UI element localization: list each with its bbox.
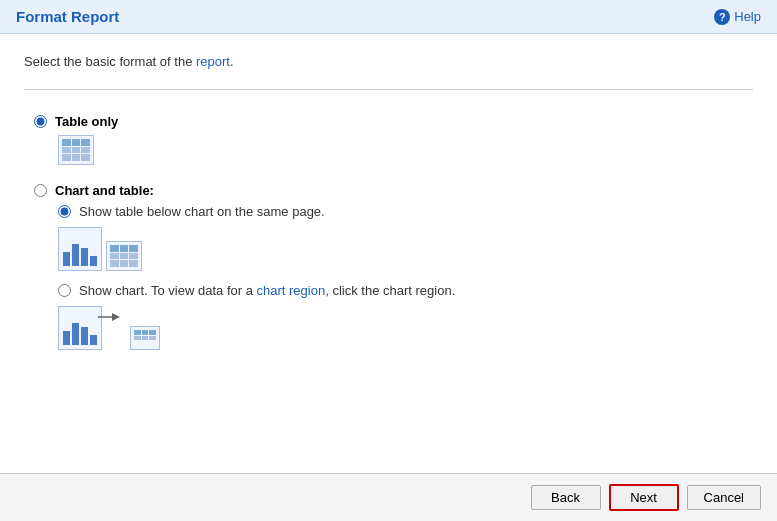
show-table-below-icons <box>58 227 753 271</box>
svg-marker-1 <box>112 313 120 321</box>
tcc3 <box>129 245 138 252</box>
ts6 <box>149 336 156 341</box>
tcc8 <box>120 260 129 267</box>
back-button[interactable]: Back <box>531 485 601 510</box>
tcc6 <box>129 253 138 260</box>
chart-and-table-option: Chart and table: Show table below chart … <box>34 183 753 350</box>
tcc7 <box>110 260 119 267</box>
tcc4 <box>110 253 119 260</box>
table-icon-small <box>130 326 160 350</box>
help-label: Help <box>734 9 761 24</box>
help-link[interactable]: ? Help <box>714 9 761 25</box>
dialog-header: Format Report ? Help <box>0 0 777 34</box>
show-chart-icons <box>58 306 753 350</box>
tc1 <box>62 139 71 146</box>
table-only-label[interactable]: Table only <box>34 114 753 129</box>
chart-icon-2 <box>58 306 102 350</box>
tc9 <box>81 154 90 161</box>
dialog-content: Select the basic format of the report. T… <box>0 34 777 473</box>
table-only-icon <box>58 135 94 165</box>
table-only-option: Table only <box>34 114 753 165</box>
show-table-below-text: Show table below chart on the same page. <box>79 204 325 219</box>
table-only-text: Table only <box>55 114 118 129</box>
tcc2 <box>120 245 129 252</box>
options-section: Table only <box>24 114 753 350</box>
tcc1 <box>110 245 119 252</box>
tc5 <box>72 147 81 154</box>
show-chart-label[interactable]: Show chart. To view data for a chart reg… <box>58 283 753 298</box>
bar1 <box>63 252 70 266</box>
sbar1 <box>63 331 70 345</box>
next-button[interactable]: Next <box>609 484 679 511</box>
sbar3 <box>81 327 88 345</box>
ts3 <box>149 330 156 335</box>
sbar2 <box>72 323 79 345</box>
help-icon: ? <box>714 9 730 25</box>
show-table-below-radio[interactable] <box>58 205 71 218</box>
format-report-dialog: Format Report ? Help Select the basic fo… <box>0 0 777 521</box>
bar4 <box>90 256 97 266</box>
tcc9 <box>129 260 138 267</box>
ts5 <box>142 336 149 341</box>
tc4 <box>62 147 71 154</box>
dialog-title: Format Report <box>16 8 119 25</box>
chart-and-table-radio[interactable] <box>34 184 47 197</box>
table-only-icon-row <box>58 135 753 165</box>
dialog-footer: Back Next Cancel <box>0 473 777 521</box>
chart-and-table-label[interactable]: Chart and table: <box>34 183 753 198</box>
table-icon-combined <box>106 241 142 271</box>
cancel-button[interactable]: Cancel <box>687 485 761 510</box>
show-table-below-label[interactable]: Show table below chart on the same page. <box>58 204 753 219</box>
bar3 <box>81 248 88 266</box>
tc3 <box>81 139 90 146</box>
ts2 <box>142 330 149 335</box>
chart-and-table-sub-options: Show table below chart on the same page. <box>58 204 753 350</box>
show-table-below-row: Show table below chart on the same page. <box>58 204 753 271</box>
ts1 <box>134 330 141 335</box>
arrow-indicator <box>98 310 120 324</box>
divider <box>24 89 753 90</box>
show-chart-row: Show chart. To view data for a chart reg… <box>58 283 753 350</box>
chart-and-table-text: Chart and table: <box>55 183 154 198</box>
chart-icon-1 <box>58 227 102 271</box>
table-only-radio[interactable] <box>34 115 47 128</box>
bar2 <box>72 244 79 266</box>
tc8 <box>72 154 81 161</box>
tcc5 <box>120 253 129 260</box>
tc2 <box>72 139 81 146</box>
sbar4 <box>90 335 97 345</box>
show-chart-text: Show chart. To view data for a chart reg… <box>79 283 455 298</box>
tc6 <box>81 147 90 154</box>
show-chart-radio[interactable] <box>58 284 71 297</box>
table-icon-small-wrapper <box>130 326 160 350</box>
tc7 <box>62 154 71 161</box>
ts4 <box>134 336 141 341</box>
subtitle-text: Select the basic format of the report. <box>24 54 753 69</box>
